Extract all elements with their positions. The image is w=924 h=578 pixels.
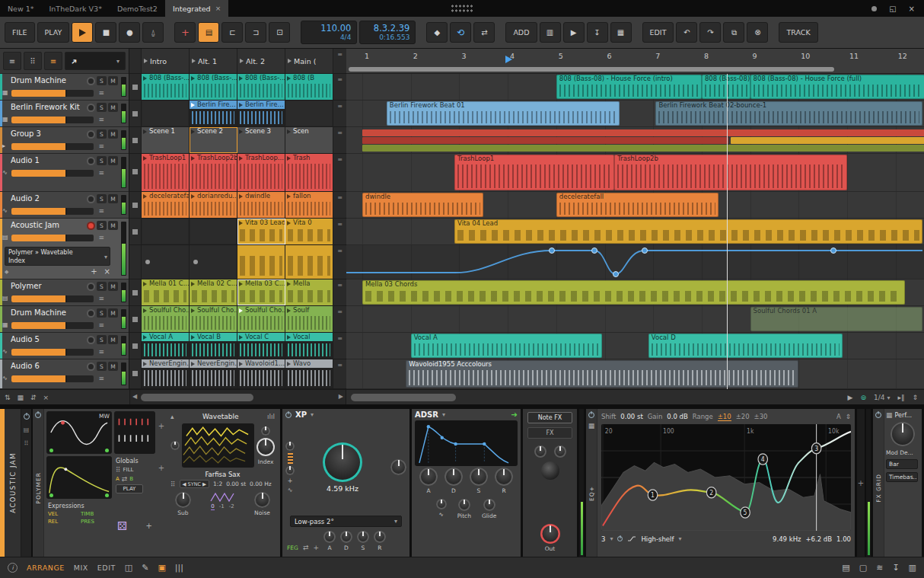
tempo-display[interactable]: 110.00 4/4 [301, 21, 357, 44]
record-arm-button[interactable] [87, 283, 95, 291]
curve-knob[interactable] [436, 499, 447, 509]
time-signature-value[interactable]: 4/4 [340, 34, 351, 41]
mute-button[interactable]: M [108, 103, 118, 112]
device-track-label[interactable]: ACOUSTIC JAM [5, 409, 21, 557]
envelope-shaper-display[interactable] [46, 456, 112, 499]
clip-slot[interactable]: Scene 2 [190, 127, 237, 153]
clip-play-icon[interactable] [239, 194, 243, 199]
launcher-scrollbar[interactable]: ◀ ▶ [129, 390, 346, 404]
add-modulator-button[interactable]: + [158, 422, 164, 430]
clip-play-icon[interactable] [239, 129, 243, 134]
record-arm-button[interactable] [87, 130, 95, 139]
reorder-icon[interactable]: ⇵ [30, 394, 37, 401]
vertical-zoom-icon[interactable]: ⇕ [912, 394, 918, 401]
gain-value[interactable]: 0.0 dB [667, 413, 687, 420]
clip-slot[interactable]: Mella 03 C... [237, 279, 285, 305]
arranger-clip[interactable]: Vocal D [648, 334, 843, 358]
arranger-clip[interactable]: deceleratefall [556, 193, 718, 217]
filter-section[interactable]: XP ▾ + ∿ 4.59 kHz Low-pass 2° [282, 409, 412, 557]
time-value[interactable]: 0:16.553 [379, 34, 409, 41]
filter-power-icon[interactable] [285, 412, 292, 418]
fx-grid-module[interactable]: Bar [886, 459, 918, 469]
band-select[interactable]: 3 [601, 535, 605, 543]
auto-listen-icon[interactable]: A [836, 413, 841, 420]
filter-drive-meter[interactable] [288, 453, 293, 464]
grid-resolution-select[interactable]: 1/4 ▾ [874, 394, 890, 401]
clip-slot[interactable]: Soulf [285, 306, 333, 332]
solo-button[interactable]: S [97, 194, 107, 203]
file-panel-icon[interactable]: ▢ [859, 563, 867, 573]
octave-minus2[interactable]: -2 [229, 503, 234, 510]
clip-slot[interactable]: Trash [285, 154, 333, 191]
punch-in-button[interactable]: ⊏ [221, 22, 243, 43]
volume-slider[interactable] [11, 322, 94, 329]
spread-knob[interactable] [534, 445, 546, 458]
dual-panel-icon[interactable]: ◫ [125, 563, 132, 573]
row-options-icon[interactable]: ≡ [337, 129, 343, 153]
arranger-clip[interactable]: TrashLoop1 [454, 155, 614, 190]
maximize-button[interactable]: ◱ [889, 5, 896, 13]
volume-slider[interactable] [11, 295, 94, 302]
sync-ratio-value[interactable]: 1:2 [213, 481, 222, 487]
filter-sustain-knob[interactable] [357, 531, 369, 543]
detune-knob[interactable] [261, 426, 270, 436]
filter-type-title[interactable]: XP [295, 410, 307, 419]
scrollbar-thumb[interactable] [351, 394, 456, 401]
clip-play-icon[interactable] [191, 103, 195, 107]
arranger-clip[interactable]: Vita 04 Lead [454, 219, 922, 244]
info-icon[interactable]: i [8, 563, 18, 573]
fx-grid-device[interactable]: FX GRID ▦ Perf... Mod De... Bar Timebas.… [873, 409, 924, 557]
tempo-value[interactable]: 110.00 [320, 24, 351, 34]
clip-play-icon[interactable] [143, 362, 147, 366]
track-header[interactable]: Drum MachineSM▦≡ [0, 74, 129, 101]
row-options-icon[interactable]: ≡ [337, 308, 343, 332]
dice-icon[interactable]: ⚄ [117, 519, 127, 533]
envelope-title[interactable]: ADSR [415, 410, 438, 419]
stop-button[interactable]: ■ [95, 22, 116, 43]
record-arm-button[interactable] [87, 157, 95, 165]
clip-slot[interactable]: Scen [285, 127, 333, 153]
pitch-knob[interactable] [458, 499, 470, 511]
clip-play-icon[interactable] [143, 308, 147, 313]
solo-button[interactable]: S [97, 282, 107, 291]
clip-play-icon[interactable] [191, 335, 195, 340]
clip-slot[interactable]: TrashLoop1 [142, 154, 190, 191]
mute-button[interactable]: M [108, 221, 118, 230]
arranger-clip[interactable]: 808 (Bass-08) - House Force (full) [750, 75, 924, 99]
range-20-button[interactable]: ±20 [736, 413, 750, 420]
arranger-lane[interactable]: Vita 04 Lead [346, 219, 924, 245]
clip-stop-button[interactable] [132, 229, 138, 235]
oscillator-display[interactable]: MW [46, 411, 112, 454]
pre-roll-button[interactable]: ◆ [426, 22, 448, 43]
clip-slot[interactable] [285, 101, 333, 126]
row-options-icon[interactable]: ≡ [337, 282, 343, 305]
punch-out-button[interactable]: ⊐ [245, 22, 266, 43]
clip-slot[interactable]: TrashLoop... [237, 154, 285, 191]
release-knob[interactable] [495, 468, 513, 486]
clip-play-icon[interactable] [239, 362, 243, 366]
band-q-value[interactable]: 1.00 [836, 535, 851, 543]
collapse-icon[interactable]: ▴ [170, 413, 174, 420]
row-options-icon[interactable]: ≡ [337, 194, 343, 218]
mod-depth-knob[interactable] [891, 422, 915, 446]
output-knob[interactable] [540, 524, 560, 544]
clip-play-icon[interactable] [143, 335, 147, 340]
file-menu-button[interactable]: FILE [5, 22, 35, 43]
solo-button[interactable]: S [97, 221, 107, 230]
shift-value[interactable]: 0.00 st [620, 413, 642, 420]
add-mod-button[interactable]: + [288, 477, 293, 484]
browser-panel-icon[interactable]: ▤ [842, 563, 849, 573]
clip-play-icon[interactable] [191, 362, 195, 366]
drive-knob[interactable] [285, 466, 295, 475]
track-filter-button[interactable]: ≡ [44, 52, 62, 70]
position-value[interactable]: 8.3.2.39 [374, 24, 410, 34]
device-power-icon[interactable] [588, 412, 594, 418]
clip-slot[interactable]: Vita 0 [285, 219, 333, 244]
clip-slot[interactable]: Mella 01 C... [142, 279, 190, 305]
resonance-knob[interactable] [390, 459, 406, 475]
play-mode-button[interactable]: PLAY [116, 484, 143, 493]
solo-button[interactable]: S [97, 129, 107, 139]
meter-bridge-button[interactable]: ▥ [540, 22, 561, 43]
band-power-icon[interactable] [617, 536, 623, 541]
clip-play-icon[interactable] [239, 335, 243, 340]
